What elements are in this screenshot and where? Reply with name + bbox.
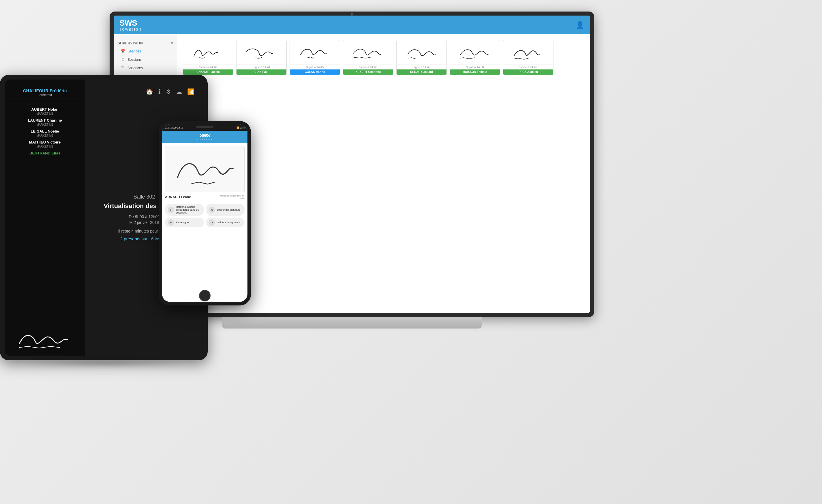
app-header: SWS SOWESIGN 👤 (114, 16, 590, 34)
absences-icon: ☰ (120, 66, 125, 70)
laptop-camera (351, 13, 353, 16)
phone-status-bar: 31/01/2020 12:18 📶 81% (162, 124, 248, 131)
phone-speaker (196, 126, 214, 128)
sig-name-1: CHANUT Pauline (183, 69, 233, 75)
sig-img-1 (183, 40, 233, 65)
phone-device: 31/01/2020 12:18 📶 81% SWS SOWESIGN (159, 121, 251, 305)
sidebar-item-sessions[interactable]: 🗓 Sessions (118, 55, 173, 64)
sig-time-4: Signé à 14:48 (343, 65, 393, 69)
info-icon[interactable]: ℹ (158, 88, 161, 95)
phone-sowesign: SOWESIGN (197, 138, 213, 141)
settings-icon[interactable]: ⚙ (166, 88, 171, 95)
sig-name-3: COLAS Marine (290, 69, 340, 75)
tablet-room: Salle 302 (133, 194, 155, 200)
back-icon: ↩ (168, 207, 174, 213)
sidebar-label-absences: Absences (127, 66, 143, 70)
sessions-icon: 🗓 (120, 57, 125, 62)
phone-body: ARNAUD Léane Merci de signer dans ce cad… (162, 143, 248, 302)
tablet-icons: 🏠 ℹ ⚙ ☁ 📶 (146, 88, 194, 95)
sig-time-3: Signé à 14:45 (290, 65, 340, 69)
sig-name-6: MAISSON Thibaut (450, 69, 500, 75)
chevron-icon: ▾ (171, 41, 173, 45)
sig-img-5 (397, 40, 446, 65)
phone-action-validate-label: Valider ma signature (217, 221, 240, 224)
phone-sig-area[interactable] (165, 146, 245, 192)
logo-sowesign: SOWESIGN (119, 28, 141, 31)
phone-signer-name: ARNAUD Léane (165, 195, 191, 199)
phone-action-sign-label: Faire signer (176, 221, 190, 224)
sig-time-5: Signé à 14:49 (397, 65, 446, 69)
validate-icon: ↗ (209, 219, 215, 226)
wifi-icon[interactable]: 📶 (187, 88, 194, 95)
sig-name-2: CIAN Paul (237, 69, 287, 75)
home-icon[interactable]: 🏠 (146, 88, 153, 95)
phone-outer: 31/01/2020 12:18 📶 81% SWS SOWESIGN (159, 121, 251, 305)
phone-action-sign[interactable]: ↩ Faire signer (165, 218, 204, 227)
sig-name-5: KERAR Gaspard (397, 69, 446, 75)
sig-card-2: Signé à 14:41 CIAN Paul (236, 40, 287, 75)
trainer-name: CHALIFOUR Frédéric (9, 88, 80, 93)
logo-block: SWS SOWESIGN (119, 19, 141, 31)
phone-home-button[interactable] (199, 290, 211, 301)
logo-sws: SWS (119, 19, 141, 27)
phone-action-clear[interactable]: ✕ Effacer ma signature (206, 204, 245, 216)
sig-time-2: Signé à 14:41 (237, 65, 287, 69)
sig-img-3 (290, 40, 340, 65)
sidebar-label-sessions: Sessions (127, 58, 141, 62)
trainer-role: Formateur (9, 93, 80, 97)
app-logo: SWS SOWESIGN (119, 19, 141, 31)
phone-app-header: SWS SOWESIGN (162, 131, 248, 143)
sig-img-7 (503, 40, 553, 65)
sig-time-7: Signé à 14:49 (503, 65, 553, 69)
sig-card-4: Signé à 14:48 HEBERT Charlotte (343, 40, 393, 75)
phone-action-back[interactable]: ↩ Retour à la page précédente dans 55 se… (165, 204, 204, 216)
tablet-schedule-2: le 2 janvier 2019 (129, 220, 159, 225)
student-2: LAURENT Charline MARKET-M1 (9, 118, 80, 126)
tablet-schedule-1: De 9h00 à 12h00 (129, 214, 159, 219)
tablet-shadow (21, 360, 187, 366)
phone-status-time: 31/01/2020 12:18 (165, 127, 183, 129)
phone-shadow (168, 305, 242, 311)
sig-card-7: Signé à 14:49 PREAU Julien (503, 40, 553, 75)
phone-action-clear-label: Effacer ma signature (217, 208, 241, 211)
phone-action-back-label: Retour à la page précédente dans 55 seco… (176, 205, 201, 214)
sign-icon: ↩ (168, 219, 174, 226)
signature-grid: Signé à 14:40 CHANUT Pauline Signé à 14:… (183, 40, 584, 75)
cloud-icon[interactable]: ☁ (176, 88, 182, 95)
student-4: MATHIEU Victoire MARKET-M1 (9, 140, 80, 148)
student-3: LE GALL Noélie MARKET-M1 (9, 129, 80, 137)
phone-sign-hint: Merci de signer dans ce cadre (216, 195, 245, 200)
phone-action-validate[interactable]: ↗ Valider ma signature (206, 218, 245, 227)
sig-img-6 (450, 40, 500, 65)
tablet-sig-area (9, 327, 80, 350)
sig-name-7: PREAU Julien (503, 69, 553, 75)
phone-screen: 31/01/2020 12:18 📶 81% SWS SOWESIGN (162, 124, 248, 302)
sig-time-6: Signé à 14:50 (450, 65, 500, 69)
sig-card-1: Signé à 14:40 CHANUT Pauline (183, 40, 233, 75)
student-1: AUBERT Nolan MARKET-M1 (9, 107, 80, 115)
laptop-base (222, 317, 482, 329)
sig-img-2 (237, 40, 287, 65)
sidebar-item-absences[interactable]: ☰ Absences (118, 64, 173, 72)
sig-card-6: Signé à 14:50 MAISSON Thibaut (450, 40, 500, 75)
clear-icon: ✕ (209, 207, 215, 213)
user-icon[interactable]: 👤 (576, 21, 584, 29)
sig-name-4: HEBERT Charlotte (343, 69, 393, 75)
phone-actions: ↩ Retour à la page précédente dans 55 se… (165, 204, 245, 227)
sidebar-label-seances: Séances (127, 49, 141, 53)
phone-logo: SWS (200, 133, 210, 138)
sig-card-5: Signé à 14:49 KERAR Gaspard (396, 40, 447, 75)
calendar-icon: 📅 (120, 49, 125, 53)
tablet-left-panel: CHALIFOUR Frédéric Formateur AUBERT Nola… (5, 80, 85, 356)
sidebar-item-seances[interactable]: 📅 Séances (118, 47, 173, 55)
student-5-highlight: BERTRAND Elias (9, 151, 80, 155)
sig-img-4 (343, 40, 393, 65)
sig-card-3: Signé à 14:45 COLAS Marine (290, 40, 340, 75)
phone-status-battery: 📶 81% (237, 127, 245, 129)
sidebar-section-header: SUPERVISION ▾ (118, 39, 173, 47)
sig-time-1: Signé à 14:40 (183, 65, 233, 69)
sidebar-section-label: SUPERVISION (118, 41, 143, 45)
